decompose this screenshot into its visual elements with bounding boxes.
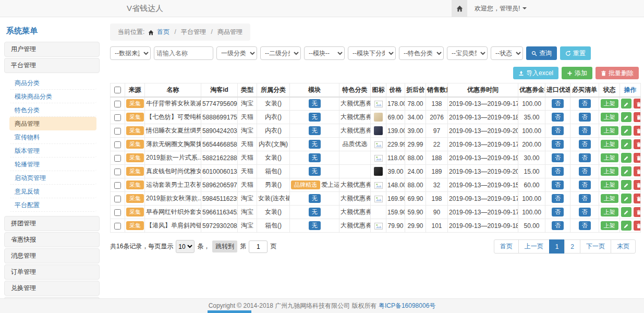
sidebar-group-省惠快报[interactable]: 省惠快报 [4, 232, 100, 247]
import-select-toggle[interactable]: 否 [552, 140, 564, 149]
must-buy-toggle[interactable]: 否 [579, 153, 591, 162]
module-badge[interactable]: 无 [309, 167, 321, 176]
filter-select-7[interactable]: --宝贝类型-- [447, 46, 488, 60]
home-button[interactable] [452, 0, 467, 17]
import-select-toggle[interactable]: 否 [552, 99, 564, 108]
delete-button[interactable] [634, 166, 641, 176]
sidebar-item-特色分类[interactable]: 特色分类 [9, 103, 96, 117]
must-buy-toggle[interactable]: 否 [579, 113, 591, 122]
status-toggle[interactable]: 上架 [601, 167, 618, 176]
delete-button[interactable] [634, 112, 641, 122]
status-toggle[interactable]: 上架 [601, 180, 618, 189]
edit-button[interactable] [621, 153, 631, 163]
module-badge[interactable]: 无 [309, 221, 321, 230]
edit-button[interactable] [621, 166, 631, 176]
module-badge[interactable]: 无 [309, 99, 321, 108]
sidebar-item-版本管理[interactable]: 版本管理 [9, 144, 96, 158]
jump-to-button[interactable]: 跳转到 [212, 240, 237, 252]
must-buy-toggle[interactable]: 否 [579, 140, 591, 149]
sidebar-item-宣传物料[interactable]: 宣传物料 [9, 130, 96, 144]
import-select-toggle[interactable]: 否 [552, 208, 564, 216]
breadcrumb-home-link[interactable]: 首页 [157, 28, 169, 35]
must-buy-toggle[interactable]: 否 [579, 208, 591, 216]
must-buy-toggle[interactable]: 否 [579, 99, 591, 108]
delete-button[interactable] [634, 139, 641, 149]
page-button-下一页[interactable]: 下一页 [580, 239, 611, 254]
page-button-上一页[interactable]: 上一页 [518, 239, 550, 254]
edit-button[interactable] [621, 139, 631, 149]
status-toggle[interactable]: 上架 [601, 140, 618, 149]
filter-select-4[interactable]: --模块-- [304, 46, 345, 60]
row-checkbox[interactable] [114, 141, 121, 148]
filter-select-6[interactable]: --特色分类-- [399, 46, 444, 60]
filter-select-5[interactable]: --模块下分类-- [348, 46, 396, 60]
must-buy-toggle[interactable]: 否 [579, 126, 591, 135]
filter-select-8[interactable]: --状态-- [491, 46, 523, 60]
sidebar-item-商品分类[interactable]: 商品分类 [9, 76, 96, 90]
delete-button[interactable] [634, 180, 641, 190]
status-toggle[interactable]: 上架 [601, 126, 618, 135]
row-checkbox[interactable] [114, 223, 121, 230]
module-badge[interactable]: 无 [309, 153, 321, 162]
row-checkbox[interactable] [114, 209, 121, 216]
row-checkbox[interactable] [114, 128, 121, 135]
must-buy-toggle[interactable]: 否 [579, 194, 591, 203]
sidebar-item-启动页管理[interactable]: 启动页管理 [9, 171, 96, 185]
page-button-2[interactable]: 2 [564, 239, 580, 254]
search-button[interactable]: 查询 [526, 46, 557, 60]
row-checkbox[interactable] [114, 168, 121, 175]
delete-button[interactable] [634, 153, 641, 163]
delete-button[interactable] [634, 126, 641, 136]
import-select-toggle[interactable]: 否 [552, 167, 564, 176]
status-toggle[interactable]: 上架 [601, 221, 618, 230]
row-checkbox[interactable] [114, 155, 121, 162]
row-checkbox[interactable] [114, 101, 121, 107]
module-badge[interactable]: 无 [309, 140, 321, 149]
must-buy-toggle[interactable]: 否 [579, 167, 591, 176]
delete-button[interactable] [634, 99, 641, 109]
delete-button[interactable] [634, 194, 641, 203]
import-select-toggle[interactable]: 否 [552, 153, 564, 162]
import-select-toggle[interactable]: 否 [552, 180, 564, 189]
must-buy-toggle[interactable]: 否 [579, 221, 591, 230]
batch-delete-button[interactable]: 批量删除 [596, 67, 639, 79]
edit-button[interactable] [621, 194, 631, 203]
user-menu[interactable]: 欢迎您，管理员! [475, 4, 527, 13]
filter-select-0[interactable]: --数据来源-- [110, 46, 151, 60]
import-select-toggle[interactable]: 否 [552, 194, 564, 203]
module-badge[interactable]: 无 [309, 208, 321, 216]
sidebar-group-拼团管理[interactable]: 拼团管理 [4, 216, 100, 231]
page-button-末页[interactable]: 末页 [611, 239, 636, 254]
sidebar-item-模块商品分类[interactable]: 模块商品分类 [9, 90, 96, 103]
status-toggle[interactable]: 上架 [601, 113, 618, 122]
sidebar-item-意见反馈[interactable]: 意见反馈 [9, 185, 96, 198]
status-toggle[interactable]: 上架 [601, 194, 618, 203]
delete-button[interactable] [634, 221, 641, 231]
page-button-首页[interactable]: 首页 [494, 239, 519, 254]
module-badge[interactable]: 品牌精选 [291, 180, 320, 189]
row-checkbox[interactable] [114, 182, 121, 189]
sidebar-group-兑换管理[interactable]: 兑换管理 [4, 281, 100, 296]
sidebar-group-订单管理[interactable]: 订单管理 [4, 264, 100, 280]
delete-button[interactable] [634, 207, 641, 217]
reset-button[interactable]: 重置 [560, 46, 591, 60]
page-number-input[interactable] [249, 240, 268, 253]
import-select-toggle[interactable]: 否 [552, 126, 564, 135]
sidebar-item-轮播管理[interactable]: 轮播管理 [9, 158, 96, 171]
add-button[interactable]: 添加 [562, 67, 592, 79]
import-select-toggle[interactable]: 否 [552, 113, 564, 122]
sidebar-item-商品管理[interactable]: 商品管理 [9, 117, 96, 130]
row-checkbox[interactable] [114, 196, 121, 202]
module-badge[interactable]: 无 [309, 113, 321, 122]
status-toggle[interactable]: 上架 [601, 208, 618, 216]
import-excel-button[interactable]: 导入excel [513, 67, 558, 79]
sidebar-item-平台配置[interactable]: 平台配置 [9, 198, 96, 212]
icp-link[interactable]: 粤ICP备16098006号 [379, 302, 435, 310]
sidebar-group-消息管理[interactable]: 消息管理 [4, 248, 100, 263]
edit-button[interactable] [621, 221, 631, 231]
sidebar-group-平台管理[interactable]: 平台管理 [4, 58, 100, 73]
page-button-1[interactable]: 1 [549, 239, 565, 254]
edit-button[interactable] [621, 99, 631, 109]
select-all-checkbox[interactable] [114, 87, 121, 93]
edit-button[interactable] [621, 180, 631, 190]
